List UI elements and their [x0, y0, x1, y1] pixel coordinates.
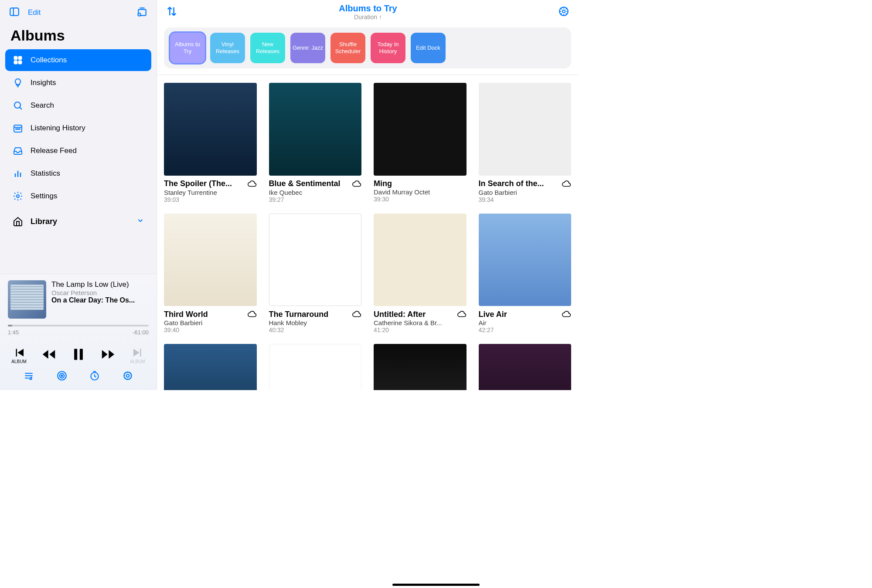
dock-item-1[interactable]: Vinyl Releases — [210, 33, 245, 63]
album-art — [479, 83, 572, 176]
svg-rect-0 — [10, 8, 19, 15]
album-title: Untitled: After — [374, 310, 426, 319]
dock-item-3[interactable]: Genre: Jazz — [290, 33, 325, 63]
album-art — [374, 214, 467, 306]
album-card[interactable]: Ming David Murray Octet 39:30 — [374, 83, 467, 203]
now-playing[interactable]: The Lamp Is Low (Live) Oscar Peterson On… — [8, 280, 149, 319]
album-card[interactable]: The Spoiler (The... Stanley Turrentine 3… — [164, 83, 257, 203]
queue-icon[interactable] — [23, 370, 34, 381]
now-playing-art — [8, 280, 46, 319]
album-duration: 42:27 — [479, 326, 572, 333]
player: The Lamp Is Low (Live) Oscar Peterson On… — [0, 274, 157, 390]
album-art — [374, 344, 467, 390]
sidebar-item-settings[interactable]: Settings — [5, 185, 151, 207]
airplay-icon[interactable] — [56, 370, 68, 381]
dock-item-label: Edit Dock — [416, 44, 440, 51]
album-title: In Search of the... — [479, 179, 544, 188]
next-album-button[interactable] — [129, 344, 146, 361]
album-title: The Turnaround — [269, 310, 329, 319]
album-card[interactable]: Untitled: After Catherine Sikora & Br...… — [374, 214, 467, 334]
grid-icon — [12, 54, 24, 66]
sidebar-item-label: Insights — [31, 78, 56, 87]
sidebar-item-collections[interactable]: Collections — [5, 49, 151, 71]
album-art — [479, 344, 572, 390]
edit-button[interactable]: Edit — [28, 8, 41, 17]
dock-item-2[interactable]: New Releases — [250, 33, 285, 63]
svg-point-29 — [126, 374, 129, 377]
now-playing-artist: Oscar Peterson — [51, 289, 149, 296]
album-grid[interactable]: The Spoiler (The... Stanley Turrentine 3… — [157, 75, 578, 390]
view-settings-icon[interactable] — [558, 6, 569, 19]
album-duration: 39:03 — [164, 196, 257, 203]
svg-point-18 — [17, 195, 19, 197]
sidebar-item-statistics[interactable]: Statistics — [5, 163, 151, 184]
sidebar-item-label: Listening History — [31, 124, 85, 133]
page-title[interactable]: Albums to Try — [178, 3, 558, 14]
sidebar-item-release-feed[interactable]: Release Feed — [5, 140, 151, 162]
add-stack-icon[interactable] — [136, 6, 148, 19]
album-card[interactable] — [479, 344, 572, 390]
dock-item-5[interactable]: Today In History — [371, 33, 405, 63]
sidebar-item-label: Library — [31, 217, 57, 226]
svg-point-31 — [562, 10, 565, 13]
dock-item-0[interactable]: Albums to Try — [170, 33, 205, 63]
timer-icon[interactable] — [89, 370, 100, 381]
dock: Albums to TryVinyl ReleasesNew ReleasesG… — [164, 27, 571, 68]
cloud-icon — [457, 309, 467, 319]
album-title: Ming — [374, 179, 392, 188]
album-duration: 39:40 — [164, 326, 257, 333]
album-art — [164, 344, 257, 390]
cloud-icon — [247, 179, 257, 189]
album-card[interactable] — [164, 344, 257, 390]
album-art — [269, 344, 362, 390]
settings-icon[interactable] — [122, 370, 133, 381]
progress-bar[interactable] — [8, 325, 149, 326]
album-card[interactable]: Third World Gato Barbieri 39:40 — [164, 214, 257, 334]
cloud-icon — [562, 179, 571, 189]
cloud-icon — [562, 309, 571, 319]
rewind-button[interactable] — [41, 346, 57, 363]
album-art — [164, 83, 257, 176]
sidebar: Edit Albums Collections Insights Search … — [0, 0, 157, 390]
forward-button[interactable] — [100, 346, 116, 363]
prev-album-button[interactable] — [11, 344, 27, 361]
album-card[interactable] — [269, 344, 362, 390]
dock-item-6[interactable]: Edit Dock — [411, 33, 446, 63]
dock-item-label: Genre: Jazz — [293, 44, 323, 51]
sidebar-item-history[interactable]: Listening History — [5, 117, 151, 139]
sidebar-item-label: Settings — [31, 192, 57, 201]
sort-icon[interactable] — [166, 5, 178, 19]
chevron-down-icon — [136, 217, 144, 227]
dock-item-label: Shuffle Scheduler — [332, 41, 364, 54]
sidebar-item-label: Release Feed — [31, 146, 77, 155]
now-playing-album: On a Clear Day: The Os... — [51, 296, 149, 304]
dock-item-label: Albums to Try — [172, 41, 203, 54]
dock-item-label: Vinyl Releases — [212, 41, 243, 54]
sidebar-item-library[interactable]: Library — [5, 208, 151, 232]
svg-line-9 — [20, 108, 22, 110]
album-card[interactable]: Blue & Sentimental Ike Quebec 39:27 — [269, 83, 362, 203]
svg-point-14 — [19, 129, 20, 129]
album-card[interactable]: In Search of the... Gato Barbieri 39:34 — [479, 83, 572, 203]
home-icon — [12, 216, 24, 227]
sidebar-toggle-icon[interactable] — [9, 6, 20, 19]
sidebar-item-insights[interactable]: Insights — [5, 72, 151, 94]
album-card[interactable]: Live Air Air 42:27 — [479, 214, 572, 334]
album-duration: 41:20 — [374, 326, 467, 333]
svg-point-13 — [17, 129, 18, 129]
cloud-icon — [352, 309, 361, 319]
sidebar-top: Edit — [0, 0, 157, 24]
page-subtitle: Duration ↑ — [178, 14, 558, 20]
dock-item-label: Today In History — [372, 41, 404, 54]
svg-rect-7 — [18, 61, 22, 64]
sidebar-item-search[interactable]: Search — [5, 95, 151, 116]
album-artist: Hank Mobley — [269, 319, 362, 326]
album-card[interactable]: The Turnaround Hank Mobley 40:32 — [269, 214, 362, 334]
nav: Collections Insights Search Listening Hi… — [0, 49, 157, 233]
pause-button[interactable] — [70, 346, 87, 363]
album-artist: Air — [479, 319, 572, 326]
main: Albums to Try Duration ↑ Albums to TryVi… — [157, 0, 578, 390]
dock-item-4[interactable]: Shuffle Scheduler — [330, 33, 365, 63]
album-card[interactable] — [374, 344, 467, 390]
cloud-icon — [352, 179, 361, 189]
